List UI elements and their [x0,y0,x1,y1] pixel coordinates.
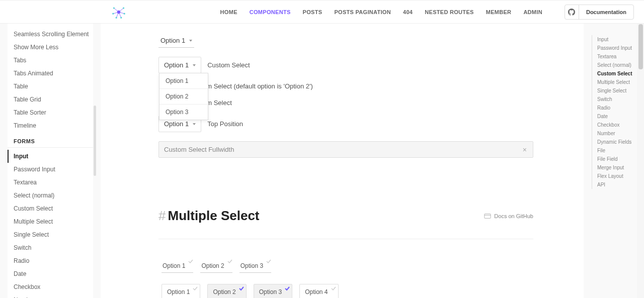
app-logo[interactable] [111,4,127,20]
chevron-down-icon [193,64,196,66]
nav-404[interactable]: 404 [403,9,413,15]
section-header-multiple-select: # Multiple Select Docs on GitHub [158,208,533,224]
custom-select-fullwidth[interactable]: Custom Select Fullwidth × [158,141,533,158]
custom-select-row-2: om Select (default option is 'Option 2') [203,82,533,90]
toc-custom-select[interactable]: Custom Select [597,69,637,78]
top-header: HOME COMPONENTS POSTS POSTS PAGINATION 4… [0,0,644,24]
custom-select-4-label: Top Position [207,120,243,128]
custom-select-1-value: Option 1 [164,61,189,69]
sidebar-item-seamless-scrolling[interactable]: Seamless Scrolling Element [8,28,93,41]
toc-merge-input[interactable]: Merge Input [597,163,637,172]
custom-select-dropdown: Option 1 Option 2 Option 3 [159,73,208,120]
svg-line-1 [114,8,119,12]
multi-select-row-2: Option 1 Option 2 Option 3 Option 4 [158,284,533,298]
docs-on-github-label: Docs on GitHub [494,213,533,219]
toc-dynamic-fields[interactable]: Dynamic Fields [597,138,637,146]
toc-single-select[interactable]: Single Select [597,86,637,95]
sidebar-item-table-sorter[interactable]: Table Sorter [8,106,93,119]
sidebar-item-checkbox[interactable]: Checkbox [8,280,93,293]
nav-admin[interactable]: ADMIN [523,9,542,15]
sidebar-item-show-more-less[interactable]: Show More Less [8,41,93,54]
nav-member[interactable]: MEMBER [486,9,512,15]
page-scrollbar-thumb[interactable] [638,24,643,69]
toc-switch[interactable]: Switch [597,95,637,104]
multi2-option-4-label: Option 4 [305,288,328,295]
multi-option-1[interactable]: Option 1 [162,259,193,273]
check-icon [239,285,244,290]
toc-flex-layout[interactable]: Flex Layout [597,172,637,180]
sidebar-item-textarea[interactable]: Textarea [8,176,93,189]
multi2-option-4[interactable]: Option 4 [299,284,338,298]
custom-select-row-3: om Select [203,99,533,107]
check-icon [266,258,271,263]
sidebar-item-table-grid[interactable]: Table Grid [8,93,93,106]
sidebar-item-switch[interactable]: Switch [8,241,93,254]
toc-date[interactable]: Date [597,112,637,121]
close-icon[interactable]: × [523,146,527,154]
sidebar-scrollbar-thumb[interactable] [94,106,96,176]
nav-nested-routes[interactable]: NESTED ROUTES [425,9,473,15]
svg-point-9 [112,13,114,14]
check-icon [331,285,336,290]
sidebar-item-single-select[interactable]: Single Select [8,228,93,241]
sidebar-item-password-input[interactable]: Password Input [8,163,93,176]
sidebar-item-radio[interactable]: Radio [8,254,93,267]
multi2-option-2[interactable]: Option 2 [207,284,246,298]
toc-textarea[interactable]: Textarea [597,52,637,61]
toc-file[interactable]: File [597,146,637,155]
multi2-option-2-label: Option 2 [213,288,235,295]
toc-input[interactable]: Input [597,35,637,44]
svg-point-11 [116,17,117,18]
toc-file-field[interactable]: File Field [597,155,637,163]
right-toc: Input Password Input Textarea Select (no… [592,35,637,189]
hash-icon: # [158,208,166,224]
toc-radio[interactable]: Radio [597,104,637,112]
custom-select-4-value: Option 1 [164,120,189,128]
multi-option-2[interactable]: Option 2 [200,259,232,273]
toc-multiple-select[interactable]: Multiple Select [597,78,637,86]
section-title-text: Multiple Select [168,208,259,224]
multi-option-3-label: Option 3 [240,262,263,269]
toc-select-normal[interactable]: Select (normal) [597,61,637,69]
dropdown-option-2[interactable]: Option 2 [159,89,208,105]
chevron-down-icon [193,123,196,125]
sidebar-item-number[interactable]: Number [8,293,93,298]
nav-components[interactable]: COMPONENTS [250,9,291,15]
multi-option-3[interactable]: Option 3 [239,259,271,273]
sidebar-item-multiple-select[interactable]: Multiple Select [8,215,93,228]
toc-number[interactable]: Number [597,129,637,138]
main-content: Option 1 Option 1 Option 1 Option 2 Opti… [101,24,584,298]
nav-home[interactable]: HOME [220,9,237,15]
nav-posts-pagination[interactable]: POSTS PAGINATION [334,9,391,15]
multi2-option-1[interactable]: Option 1 [162,284,200,298]
toc-api[interactable]: API [597,180,637,189]
toc-checkbox[interactable]: Checkbox [597,121,637,129]
toc-password-input[interactable]: Password Input [597,44,637,52]
multi-option-2-label: Option 2 [201,262,224,269]
nav-posts[interactable]: POSTS [303,9,323,15]
section-divider [158,239,533,239]
sidebar-item-custom-select[interactable]: Custom Select [8,202,93,215]
sidebar-item-tabs[interactable]: Tabs [8,54,93,67]
multi-select-row-1: Option 1 Option 2 Option 3 [158,259,533,273]
chevron-down-icon [189,40,192,42]
documentation-button[interactable]: Documentation [579,6,633,19]
multi2-option-3[interactable]: Option 3 [254,284,292,298]
custom-select-fullwidth-row: Custom Select Fullwidth × [158,141,533,158]
sidebar-item-tabs-animated[interactable]: Tabs Animated [8,67,93,80]
custom-select-0-value: Option 1 [160,37,185,44]
dropdown-option-1[interactable]: Option 1 [159,73,208,89]
svg-point-8 [123,7,124,9]
sidebar-item-timeline[interactable]: Timeline [8,119,93,132]
docs-on-github-link[interactable]: Docs on GitHub [484,213,533,219]
custom-select-row-0: Option 1 [158,34,533,48]
github-icon[interactable] [565,5,579,19]
dropdown-option-3[interactable]: Option 3 [159,105,208,120]
sidebar-item-table[interactable]: Table [8,80,93,93]
multi-option-1-label: Option 1 [163,262,185,269]
sidebar-item-select-normal[interactable]: Select (normal) [8,189,93,202]
custom-select-0[interactable]: Option 1 [158,34,194,48]
custom-select-1[interactable]: Option 1 Option 1 Option 2 Option 3 [158,57,201,73]
sidebar-item-date[interactable]: Date [8,267,93,280]
sidebar-item-input[interactable]: Input [8,150,93,163]
